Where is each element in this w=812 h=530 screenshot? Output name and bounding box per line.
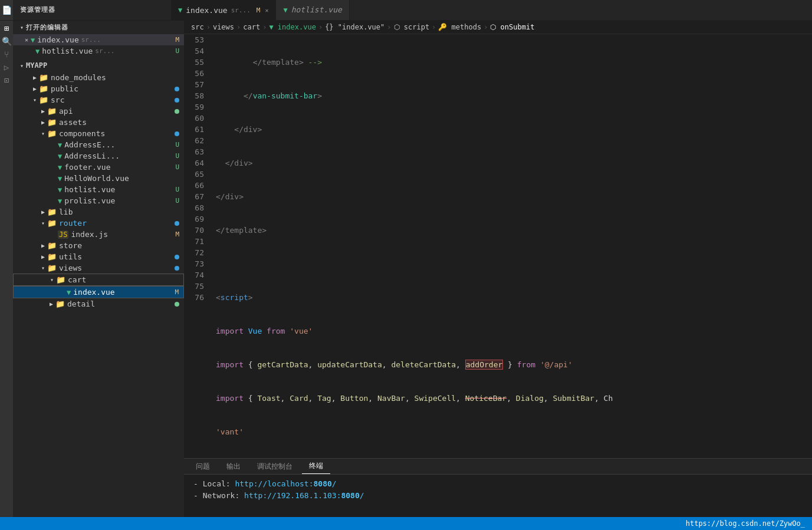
- tab-close-1[interactable]: ✕: [265, 7, 268, 14]
- lib-label: lib: [59, 208, 73, 216]
- tree-prolist[interactable]: ▼ prolist.vue U: [13, 195, 184, 206]
- open-file-hotlist-vue[interactable]: ▼ hotlist.vue sr... U: [13, 45, 184, 57]
- public-badge: [175, 87, 179, 91]
- assets-label: assets: [59, 118, 87, 127]
- search-icon[interactable]: 🔍: [1, 36, 12, 47]
- cart-chevron: ▾: [50, 276, 54, 283]
- terminal-network-url[interactable]: http://192.168.1.103:8080/: [244, 491, 364, 500]
- line-58: </template>: [216, 225, 812, 236]
- vue-icon-2: ▼: [35, 47, 40, 55]
- tab-problems[interactable]: 问题: [189, 459, 217, 474]
- tree-utils[interactable]: ▶ 📁 utils: [13, 251, 184, 262]
- sidebar: ▾ 打开的编辑器 ✕ ▼ index.vue sr... M ▼ hotlist…: [13, 21, 184, 517]
- src-label: src: [51, 96, 64, 104]
- tab-hotlist-vue[interactable]: ▼ hotlist.vue: [276, 0, 349, 20]
- tree-addressli[interactable]: ▼ AddressLi... U: [13, 150, 184, 162]
- bc-methods: 🔑 methods: [438, 23, 481, 31]
- tab-debug-console[interactable]: 调试控制台: [250, 459, 300, 474]
- bc-sep5: ›: [387, 23, 391, 31]
- public-label: public: [51, 84, 78, 93]
- tab-index-vue[interactable]: ▼ index.vue sr... M ✕: [171, 0, 276, 20]
- tree-helloworld[interactable]: ▼ HelloWorld.vue: [13, 173, 184, 184]
- tree-addresse[interactable]: ▼ AddressE... U: [13, 139, 184, 150]
- tree-cart[interactable]: ▾ 📁 cart: [13, 274, 184, 286]
- tree-api[interactable]: ▶ 📁 api: [13, 106, 184, 117]
- myapp-section[interactable]: ▾ MYAPP: [13, 59, 184, 72]
- tree-hotlist[interactable]: ▼ hotlist.vue U: [13, 184, 184, 195]
- src-chevron: ▾: [33, 97, 37, 103]
- addresse-badge: U: [175, 141, 179, 149]
- addressli-badge: U: [175, 152, 179, 160]
- git-icon[interactable]: ⑂: [1, 49, 12, 60]
- folder-icon-5: 📁: [47, 118, 57, 127]
- api-label: api: [59, 107, 73, 116]
- explorer-icon[interactable]: ⊞: [1, 23, 12, 34]
- vue-icon-cart-index: ▼: [67, 288, 71, 297]
- activity-bar: ⊞ 🔍 ⑂ ▷ ⊡: [0, 21, 13, 517]
- router-index-badge: M: [175, 231, 179, 238]
- bc-onsubmit: ⬡ onSubmit: [490, 23, 534, 31]
- hotlist-label: hotlist.vue: [64, 185, 115, 194]
- tree-lib[interactable]: ▶ 📁 lib: [13, 206, 184, 218]
- public-chevron: ▶: [33, 85, 37, 92]
- tree-public[interactable]: ▶ 📁 public: [13, 83, 184, 94]
- open-file-path-2: sr...: [95, 47, 114, 55]
- folder-icon-1: 📁: [39, 73, 48, 82]
- tree-cart-index[interactable]: ▼ index.vue M: [13, 286, 184, 298]
- activity-files-icon[interactable]: 📄: [2, 5, 12, 15]
- node-modules-label: node_modules: [51, 73, 106, 82]
- tree-router-index[interactable]: JS index.js M: [13, 229, 184, 240]
- line-63b: 'vant': [216, 426, 812, 437]
- cart-index-label: index.vue: [73, 288, 114, 297]
- line-63: import { Toast, Card, Tag, Button, NavBa…: [216, 393, 812, 404]
- tree-router[interactable]: ▾ 📁 router: [13, 218, 184, 229]
- tab-terminal[interactable]: 终端: [302, 459, 330, 474]
- tree-src[interactable]: ▾ 📁 src: [13, 94, 184, 106]
- tree-views[interactable]: ▾ 📁 views: [13, 262, 184, 274]
- prolist-label: prolist.vue: [64, 196, 115, 205]
- views-chevron: ▾: [41, 265, 45, 271]
- vue-icon-ae: ▼: [58, 141, 62, 149]
- tab-output[interactable]: 输出: [219, 459, 248, 474]
- vue-icon-tab2: ▼: [283, 6, 287, 14]
- line-62: import { getCartData, updateCartData, de…: [216, 359, 812, 370]
- open-editors-chevron: ▾: [20, 24, 24, 31]
- extensions-icon[interactable]: ⊡: [1, 75, 12, 85]
- cart-index-badge: M: [175, 288, 179, 296]
- store-label: store: [59, 241, 82, 250]
- code-container[interactable]: 53 54 55 56 57 58 59 60 61 62 63 64 65 6…: [184, 34, 812, 458]
- tree-node-modules[interactable]: ▶ 📁 node_modules: [13, 72, 184, 83]
- tab-label-1: index.vue: [186, 6, 227, 15]
- utils-chevron: ▶: [41, 254, 45, 260]
- addressli-label: AddressLi...: [64, 152, 120, 160]
- tree-components[interactable]: ▾ 📁 components: [13, 128, 184, 139]
- folder-icon-4: 📁: [47, 107, 57, 116]
- router-badge: [175, 221, 179, 226]
- folder-icon-views: 📁: [47, 264, 57, 272]
- bc-sep4: ›: [318, 23, 323, 31]
- debug-icon[interactable]: ▷: [1, 62, 12, 73]
- code-lines[interactable]: </template> --> </van-submit-bar> </div>…: [213, 34, 812, 458]
- bc-views: views: [213, 23, 234, 31]
- terminal-line-2: - Network: http://192.168.1.103:8080/: [193, 490, 803, 502]
- tree-footer[interactable]: ▼ footer.vue U: [13, 162, 184, 173]
- open-file-index-vue[interactable]: ✕ ▼ index.vue sr... M: [13, 34, 184, 45]
- terminal-tabs: 问题 输出 调试控制台 终端: [184, 459, 812, 475]
- tree-assets[interactable]: ▶ 📁 assets: [13, 117, 184, 128]
- terminal-local-url[interactable]: http://localhost:8080/: [235, 479, 336, 488]
- line-54: </van-submit-bar>: [216, 90, 812, 101]
- footer-label: footer.vue: [64, 163, 110, 172]
- open-editors-section[interactable]: ▾ 打开的编辑器: [13, 21, 184, 34]
- open-editors-label: 打开的编辑器: [26, 23, 68, 32]
- tree-detail[interactable]: ▶ 📁 detail: [13, 298, 184, 310]
- close-icon-1[interactable]: ✕: [25, 37, 28, 43]
- tab-badge-1: M: [257, 6, 261, 14]
- components-badge: [175, 131, 179, 136]
- helloworld-label: HelloWorld.vue: [64, 174, 129, 183]
- folder-icon-store: 📁: [47, 241, 57, 250]
- folder-icon-cart: 📁: [56, 275, 65, 284]
- tree-store[interactable]: ▶ 📁 store: [13, 240, 184, 251]
- bc-sep7: ›: [484, 23, 488, 31]
- prolist-badge: U: [175, 197, 179, 205]
- main-layout: ⊞ 🔍 ⑂ ▷ ⊡ ▾ 打开的编辑器 ✕ ▼ index.vue sr... M: [0, 21, 812, 517]
